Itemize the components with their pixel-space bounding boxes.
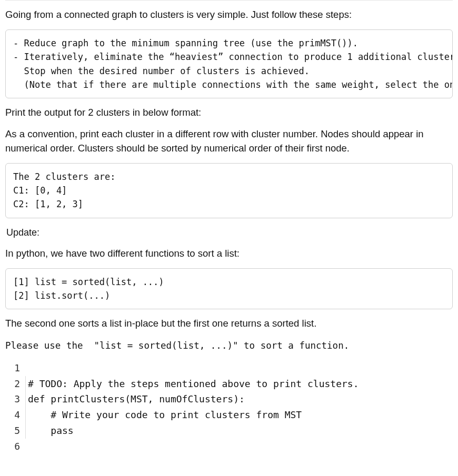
code-editor[interactable]: 12# TODO: Apply the steps mentioned abov…: [5, 360, 453, 454]
editor-line-number: 6: [5, 439, 25, 454]
editor-line[interactable]: 1: [5, 360, 453, 376]
editor-line[interactable]: 6: [5, 439, 453, 454]
editor-line-code[interactable]: # TODO: Apply the steps mentioned above …: [25, 376, 359, 392]
editor-line[interactable]: 4 # Write your code to print clusters fr…: [5, 407, 453, 423]
convention-paragraph: As a convention, print each cluster in a…: [5, 127, 453, 156]
top-divider: [5, 0, 453, 1]
editor-line-number: 5: [5, 423, 25, 439]
sort-functions-code-block: [1] list = sorted(list, ...) [2] list.so…: [5, 268, 453, 310]
editor-line-code[interactable]: # Write your code to print clusters from…: [25, 407, 302, 423]
clusters-code-block: The 2 clusters are: C1: [0, 4] C2: [1, 2…: [5, 163, 453, 218]
editor-line[interactable]: 3def printClusters(MST, numOfClusters):: [5, 391, 453, 407]
editor-line-number: 1: [5, 360, 25, 376]
editor-line-number: 2: [5, 376, 25, 392]
sort-intro-paragraph: In python, we have two different functio…: [5, 247, 453, 261]
sort-request-line: Please use the "list = sorted(list, ...)…: [5, 338, 453, 353]
sort-explain-paragraph: The second one sorts a list in-place but…: [5, 317, 453, 331]
editor-line-code[interactable]: def printClusters(MST, numOfClusters):: [25, 391, 245, 407]
update-label: Update:: [6, 226, 453, 239]
editor-line-number: 4: [5, 407, 25, 423]
editor-line[interactable]: 2# TODO: Apply the steps mentioned above…: [5, 376, 453, 392]
editor-line-number: 3: [5, 391, 25, 407]
editor-line[interactable]: 5 pass: [5, 423, 453, 439]
intro-paragraph: Going from a connected graph to clusters…: [5, 8, 453, 22]
editor-line-code[interactable]: pass: [25, 423, 74, 439]
page-root: Going from a connected graph to clusters…: [0, 0, 458, 464]
print-output-heading: Print the output for 2 clusters in below…: [5, 106, 453, 120]
steps-code-block: - Reduce graph to the minimum spanning t…: [5, 29, 453, 98]
